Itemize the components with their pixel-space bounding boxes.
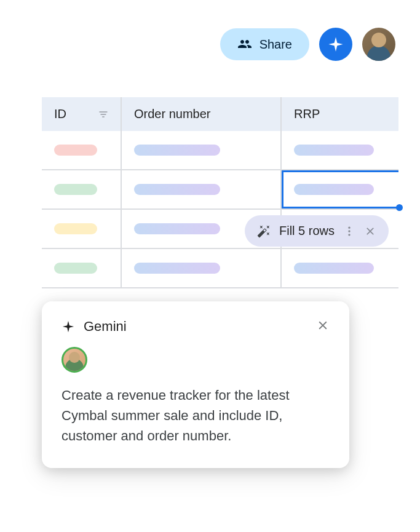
- gemini-title-group: Gemini: [61, 319, 127, 335]
- placeholder-pill: [134, 184, 220, 195]
- table-cell[interactable]: [282, 131, 398, 169]
- placeholder-pill: [294, 145, 374, 156]
- svg-point-0: [348, 226, 350, 228]
- table-cell[interactable]: [122, 170, 282, 208]
- gemini-close-button[interactable]: [316, 319, 330, 335]
- svg-point-2: [348, 234, 350, 236]
- more-options-button[interactable]: [343, 225, 355, 237]
- selected-cell[interactable]: [282, 170, 398, 208]
- gemini-prompt-text: Create a revenue tracker for the latest …: [61, 385, 330, 446]
- table-row: [42, 131, 398, 170]
- column-label-rrp: RRP: [294, 107, 320, 121]
- table-cell[interactable]: [42, 249, 122, 287]
- fill-suggestion-pill[interactable]: Fill 5 rows: [245, 215, 389, 247]
- placeholder-pill: [54, 223, 97, 234]
- gemini-panel: Gemini Create a revenue tracker for the …: [42, 301, 349, 468]
- placeholder-pill: [134, 145, 220, 156]
- gemini-title: Gemini: [84, 319, 127, 335]
- user-avatar[interactable]: [362, 28, 395, 61]
- gemini-badge[interactable]: [319, 28, 352, 61]
- fill-pill-label: Fill 5 rows: [279, 224, 335, 238]
- placeholder-pill: [54, 263, 97, 274]
- table-cell[interactable]: [42, 210, 122, 248]
- column-header-order[interactable]: Order number: [122, 97, 282, 131]
- table-cell[interactable]: [122, 131, 282, 169]
- placeholder-pill: [54, 184, 97, 195]
- sparkle-icon: [61, 320, 75, 333]
- share-button[interactable]: Share: [220, 28, 309, 60]
- sparkle-icon: [327, 36, 344, 53]
- people-icon: [237, 37, 252, 52]
- placeholder-pill: [294, 263, 374, 274]
- table-cell[interactable]: [122, 249, 282, 287]
- table-cell[interactable]: [282, 249, 398, 287]
- svg-point-1: [348, 230, 350, 232]
- placeholder-pill: [134, 263, 220, 274]
- filter-icon[interactable]: [98, 109, 108, 119]
- placeholder-pill: [134, 223, 220, 234]
- column-label-order: Order number: [134, 107, 211, 121]
- table-header: ID Order number RRP: [42, 97, 398, 131]
- data-table: ID Order number RRP: [42, 97, 398, 288]
- close-fill-button[interactable]: [364, 225, 376, 237]
- column-label-id: ID: [54, 107, 66, 121]
- table-cell[interactable]: [42, 170, 122, 208]
- share-label: Share: [260, 38, 292, 52]
- table-row: [42, 249, 398, 288]
- table-body: [42, 131, 398, 288]
- table-cell[interactable]: [42, 131, 122, 169]
- top-bar: Share: [220, 28, 395, 61]
- close-icon: [316, 319, 330, 332]
- magic-wand-icon: [257, 224, 271, 238]
- placeholder-pill: [54, 145, 97, 156]
- column-header-id[interactable]: ID: [42, 97, 122, 131]
- placeholder-pill: [294, 184, 374, 195]
- more-vert-icon: [343, 225, 355, 237]
- close-icon: [364, 225, 376, 237]
- gemini-panel-header: Gemini: [61, 319, 330, 335]
- column-header-rrp[interactable]: RRP: [282, 97, 398, 131]
- table-row: [42, 170, 398, 210]
- prompt-user-avatar: [61, 347, 87, 373]
